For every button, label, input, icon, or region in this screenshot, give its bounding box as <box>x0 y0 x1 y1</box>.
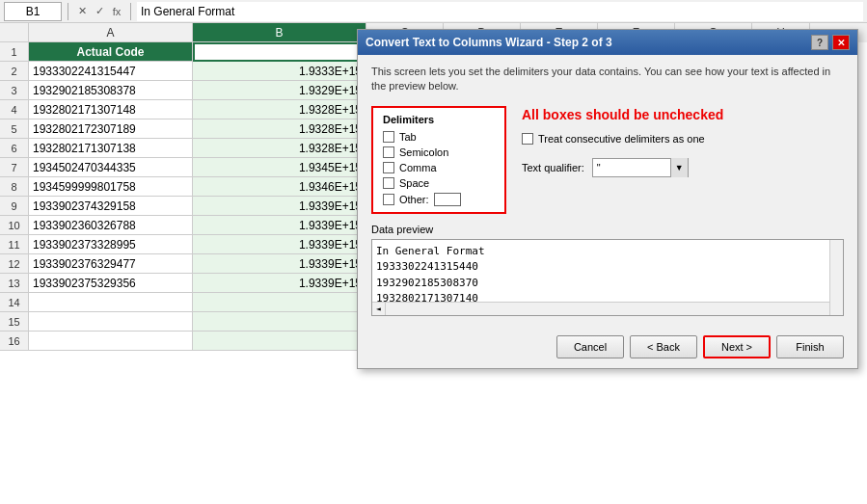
row-number: 2 <box>0 62 29 81</box>
cell-b10[interactable]: 1.9339E+15 <box>193 216 366 235</box>
data-preview-label: Data preview <box>371 224 844 235</box>
comma-checkbox[interactable] <box>383 162 394 173</box>
cell-b11[interactable]: 1.9339E+15 <box>193 235 366 254</box>
cell-a2[interactable]: 1933302241315447 <box>29 62 193 81</box>
space-checkbox-row: Space <box>383 177 495 189</box>
cell-b7[interactable]: 1.9345E+15 <box>193 158 366 177</box>
other-input[interactable] <box>434 193 461 206</box>
data-preview-section: Data preview In General Format1933302241… <box>371 224 844 316</box>
back-button[interactable]: < Back <box>630 335 697 358</box>
formula-bar-divider2 <box>130 3 131 20</box>
tab-label: Tab <box>399 131 417 143</box>
cancel-button[interactable]: Cancel <box>556 335 624 358</box>
preview-hscrollbar[interactable]: ◄ <box>372 302 829 315</box>
row-number: 5 <box>0 119 29 139</box>
cell-b9[interactable]: 1.9339E+15 <box>193 197 366 216</box>
other-checkbox-row: Other: <box>383 193 495 206</box>
cell-b5[interactable]: 1.9328E+15 <box>193 119 366 139</box>
cell-b6[interactable]: 1.9328E+15 <box>193 139 366 158</box>
finish-button[interactable]: Finish <box>776 335 844 358</box>
tab-checkbox-row: Tab <box>383 131 495 143</box>
confirm-formula-icon[interactable]: ✓ <box>92 4 107 19</box>
cell-a12[interactable]: 1933902376329477 <box>29 254 193 274</box>
data-preview-box: In General Format19333022413154401932902… <box>371 239 844 316</box>
delimiters-title: Delimiters <box>383 114 495 125</box>
cell-a6[interactable]: 1932802171307138 <box>29 139 193 158</box>
dialog-right-panel: All boxes should be unchecked Treat cons… <box>522 106 844 214</box>
row-number: 6 <box>0 139 29 158</box>
annotation-text: All boxes should be unchecked <box>522 106 844 123</box>
cell-a14[interactable] <box>29 293 193 312</box>
cell-a4[interactable]: 1932802171307148 <box>29 100 193 119</box>
dialog-close-button[interactable]: ✕ <box>832 35 850 50</box>
cell-b13[interactable]: 1.9339E+15 <box>193 274 366 293</box>
cell-a8[interactable]: 1934599999801758 <box>29 177 193 197</box>
row-number: 16 <box>0 332 29 351</box>
dialog-help-button[interactable]: ? <box>811 35 828 50</box>
row-number: 11 <box>0 235 29 254</box>
next-button[interactable]: Next > <box>703 335 771 358</box>
col-header-b[interactable]: B <box>193 23 366 42</box>
cell-b15[interactable] <box>193 312 366 332</box>
row-number: 8 <box>0 177 29 197</box>
dialog-buttons: Cancel < Back Next > Finish <box>371 328 844 358</box>
cell-a5[interactable]: 1932802172307189 <box>29 119 193 139</box>
qualifier-dropdown-arrow[interactable]: ▼ <box>670 158 688 177</box>
row-number: 13 <box>0 274 29 293</box>
row-number: 14 <box>0 293 29 312</box>
row-number: 3 <box>0 81 29 100</box>
dialog-description: This screen lets you set the delimiters … <box>371 65 844 94</box>
other-label: Other: <box>399 194 429 205</box>
dialog-title: Convert Text to Columns Wizard - Step 2 … <box>366 36 612 49</box>
comma-label: Comma <box>399 162 437 173</box>
formula-bar: B1 ✕ ✓ fx In General Format <box>0 0 867 23</box>
cell-a11[interactable]: 1933902373328995 <box>29 235 193 254</box>
cell-b3[interactable]: 1.9329E+15 <box>193 81 366 100</box>
other-checkbox[interactable] <box>383 194 394 205</box>
semicolon-checkbox-row: Semicolon <box>383 146 495 158</box>
semicolon-label: Semicolon <box>399 146 448 158</box>
cell-reference-box[interactable]: B1 <box>4 2 62 21</box>
cell-a13[interactable]: 1933902375329356 <box>29 274 193 293</box>
col-header-a[interactable]: A <box>29 23 193 42</box>
formula-input[interactable]: In General Format <box>137 2 863 21</box>
cell-b16[interactable] <box>193 332 366 351</box>
row-number: 1 <box>0 42 29 62</box>
semicolon-checkbox[interactable] <box>383 146 394 158</box>
spreadsheet-container: B1 ✕ ✓ fx In General Format A B C D E F … <box>0 0 867 504</box>
cell-b14[interactable] <box>193 293 366 312</box>
tab-checkbox[interactable] <box>383 131 394 143</box>
cell-b4[interactable]: 1.9328E+15 <box>193 100 366 119</box>
text-qualifier-label: Text qualifier: <box>522 162 584 173</box>
row-number: 15 <box>0 312 29 332</box>
row-number: 4 <box>0 100 29 119</box>
cell-b1[interactable]: In General Format <box>193 42 366 62</box>
text-qualifier-dropdown[interactable]: " ▼ <box>592 158 689 177</box>
preview-scrollbar[interactable] <box>829 240 843 315</box>
formula-bar-icons: ✕ ✓ fx <box>74 4 124 19</box>
comma-checkbox-row: Comma <box>383 162 495 173</box>
cell-b8[interactable]: 1.9346E+15 <box>193 177 366 197</box>
fx-icon[interactable]: fx <box>109 4 124 19</box>
cell-b2[interactable]: 1.9333E+15 <box>193 62 366 81</box>
dialog-main-row: Delimiters Tab Semicolon Comma <box>371 106 844 214</box>
cell-a7[interactable]: 1934502470344335 <box>29 158 193 177</box>
cell-a15[interactable] <box>29 312 193 332</box>
dialog-titlebar: Convert Text to Columns Wizard - Step 2 … <box>358 30 857 55</box>
cell-a9[interactable]: 1933902374329158 <box>29 197 193 216</box>
row-number: 7 <box>0 158 29 177</box>
consecutive-checkbox[interactable] <box>522 133 533 145</box>
row-num-header <box>0 23 29 42</box>
row-number: 12 <box>0 254 29 274</box>
cell-a1[interactable]: Actual Code <box>29 42 193 62</box>
cancel-formula-icon[interactable]: ✕ <box>74 4 90 19</box>
hscroll-left-btn[interactable]: ◄ <box>372 302 386 315</box>
cell-b12[interactable]: 1.9339E+15 <box>193 254 366 274</box>
consecutive-label: Treat consecutive delimiters as one <box>538 133 705 145</box>
space-checkbox[interactable] <box>383 177 394 189</box>
qualifier-value: " <box>593 162 670 173</box>
cell-a10[interactable]: 1933902360326788 <box>29 216 193 235</box>
cell-a3[interactable]: 1932902185308378 <box>29 81 193 100</box>
text-qualifier-row: Text qualifier: " ▼ <box>522 158 844 177</box>
cell-a16[interactable] <box>29 332 193 351</box>
